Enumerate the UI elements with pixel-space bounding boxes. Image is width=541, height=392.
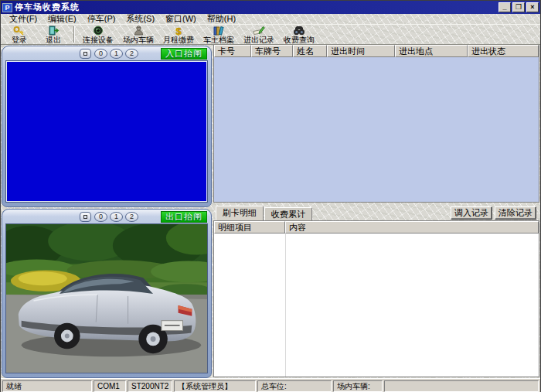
menu-bar: 文件(F) 编辑(E) 停车(P) 系统(S) 窗口(W) 帮助(H) (1, 14, 540, 24)
toolbar-label: 收费查询 (284, 36, 315, 44)
column-header-card-no[interactable]: 卡号 (214, 45, 251, 57)
menu-edit[interactable]: 编辑(E) (43, 14, 82, 24)
fee-query-button[interactable]: 收费查询 (279, 25, 319, 44)
detail-table-body (214, 233, 539, 377)
column-header-content[interactable]: 内容 (285, 221, 539, 233)
dollar-icon: $ (174, 26, 183, 36)
tab-card-detail[interactable]: 刷卡明细 (216, 206, 264, 220)
app-window: P 停车场收费系统 _ ❐ × 文件(F) 编辑(E) 停车(P) 系统(S) … (0, 0, 541, 392)
column-header-name[interactable]: 姓名 (293, 45, 327, 57)
title-bar[interactable]: P 停车场收费系统 _ ❐ × (1, 1, 540, 14)
menu-system[interactable]: 系统(S) (121, 14, 160, 24)
toolbar-label: 车主档案 (203, 36, 234, 44)
column-header-location[interactable]: 进出地点 (395, 45, 468, 57)
monthly-fee-button[interactable]: $ 月租缴费 (158, 25, 199, 44)
tab-fee-total[interactable]: 收费累计 (264, 207, 312, 220)
entrance-video-panel: 0 1 2 入口抬闸 (2, 46, 212, 207)
toolbar-label: 退出 (46, 36, 61, 44)
status-com-port: COM1 (94, 380, 126, 392)
card-detail-table: 明细项目 内容 (213, 220, 539, 377)
status-inside-vehicles: 场内车辆: (333, 380, 383, 392)
menu-parking[interactable]: 停车(P) (82, 14, 121, 24)
records-column: 卡号 车牌号 姓名 进出时间 进出地点 进出状态 刷卡明细 收费累计 调入记录 … (213, 45, 540, 378)
records-table-header: 卡号 车牌号 姓名 进出时间 进出地点 进出状态 (214, 45, 539, 57)
toolbar-label: 登录 (12, 36, 27, 44)
status-operator: 【系统管理员】 (174, 380, 256, 392)
camera-0-button[interactable]: 0 (94, 212, 107, 222)
camera-1-button[interactable]: 1 (110, 49, 123, 59)
exit-door-icon (47, 26, 60, 36)
status-empty (384, 380, 539, 392)
load-records-button[interactable]: 调入记录 (451, 206, 492, 220)
login-button[interactable]: 登录 (2, 25, 36, 44)
owner-files-button[interactable]: 车主档案 (199, 25, 239, 44)
camera-2-button[interactable]: 2 (125, 212, 138, 222)
clear-records-button[interactable]: 清除记录 (495, 206, 536, 220)
camera-0-button[interactable]: 0 (94, 49, 107, 59)
in-out-records-table: 卡号 车牌号 姓名 进出时间 进出地点 进出状态 (213, 45, 539, 203)
car-photo (6, 224, 207, 373)
monitor-toggle-button[interactable] (80, 212, 91, 222)
video-column: 0 1 2 入口抬闸 0 1 2 出口抬闸 (1, 45, 213, 378)
vehicles-in-lot-icon (133, 26, 145, 36)
toolbar: 登录 退出 连接设备 场内车辆 $ 月租缴费 (1, 24, 540, 45)
records-table-body (214, 57, 539, 202)
connect-device-icon (93, 26, 104, 36)
owner-files-icon (213, 26, 225, 36)
status-bar: 就绪 COM1 ST200NT2 【系统管理员】 总车位: 场内车辆: (1, 378, 540, 392)
restore-button[interactable]: ❐ (512, 2, 525, 12)
menu-file[interactable]: 文件(F) (4, 14, 43, 24)
camera-2-button[interactable]: 2 (125, 49, 138, 59)
toolbar-label: 场内车辆 (123, 36, 154, 44)
menu-help[interactable]: 帮助(H) (202, 14, 241, 24)
close-button[interactable]: × (526, 2, 539, 12)
exit-video-feed (5, 223, 208, 373)
minimize-button[interactable]: _ (498, 2, 511, 12)
column-header-detail-item[interactable]: 明细项目 (214, 221, 285, 233)
exit-panel-header: 0 1 2 出口抬闸 (2, 210, 211, 223)
connect-device-button[interactable]: 连接设备 (78, 25, 118, 44)
main-area: 0 1 2 入口抬闸 0 1 2 出口抬闸 (1, 45, 540, 378)
entrance-gate-button[interactable]: 入口抬闸 (161, 48, 207, 60)
exit-button[interactable]: 退出 (36, 25, 70, 44)
status-total-spaces: 总车位: (257, 380, 332, 392)
entrance-video-feed (5, 60, 208, 203)
camera-1-button[interactable]: 1 (110, 212, 123, 222)
toolbar-separator (73, 26, 75, 43)
detail-tab-bar: 刷卡明细 收费累计 调入记录 清除记录 (213, 203, 539, 220)
menu-window[interactable]: 窗口(W) (160, 14, 202, 24)
status-ready: 就绪 (2, 380, 92, 392)
vehicles-in-lot-button[interactable]: 场内车辆 (118, 25, 158, 44)
detail-table-header: 明细项目 内容 (214, 221, 539, 233)
toolbar-label: 连接设备 (83, 36, 114, 44)
window-title: 停车场收费系统 (15, 2, 497, 13)
toolbar-label: 进出记录 (243, 36, 274, 44)
record-log-icon (253, 26, 265, 36)
column-header-status[interactable]: 进出状态 (468, 45, 539, 57)
toolbar-label: 月租缴费 (163, 36, 194, 44)
column-header-time[interactable]: 进出时间 (327, 45, 395, 57)
monitor-toggle-button[interactable] (80, 49, 91, 59)
status-device: ST200NT2 (128, 380, 172, 392)
exit-gate-button[interactable]: 出口抬闸 (161, 211, 207, 223)
column-header-plate-no[interactable]: 车牌号 (251, 45, 293, 57)
exit-video-panel: 0 1 2 出口抬闸 (2, 209, 212, 378)
app-icon: P (2, 3, 12, 12)
entrance-panel-header: 0 1 2 入口抬闸 (2, 46, 211, 60)
svg-text:$: $ (175, 26, 182, 36)
key-icon (13, 26, 26, 36)
binoculars-icon (293, 26, 305, 36)
in-out-records-button[interactable]: 进出记录 (239, 25, 279, 44)
